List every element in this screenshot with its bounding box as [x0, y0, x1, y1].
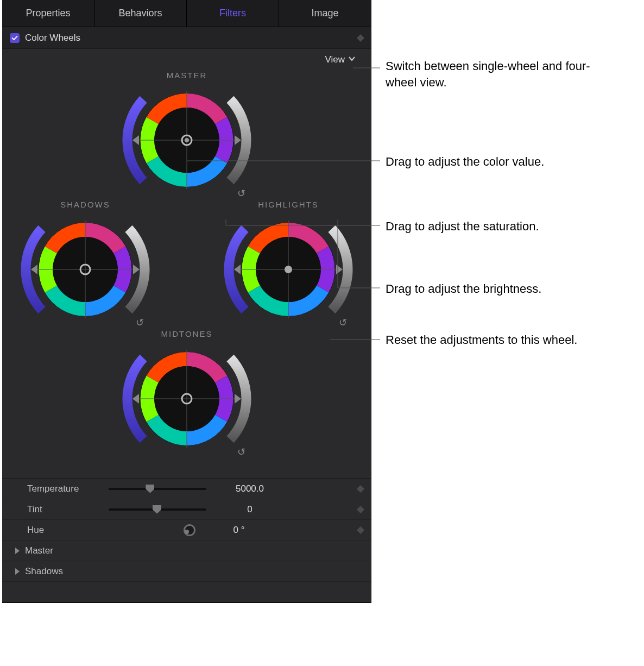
disclosure-shadows[interactable]: Shadows: [2, 561, 371, 582]
reset-icon[interactable]: ↺: [237, 446, 245, 458]
param-tint: Tint 0: [2, 499, 371, 520]
tint-label: Tint: [27, 504, 109, 515]
reset-icon[interactable]: ↺: [237, 187, 245, 199]
inspector-panel: Properties Behaviors Filters Image Color…: [2, 0, 371, 603]
color-value-handle[interactable]: [285, 266, 292, 273]
chevron-down-icon: [348, 54, 356, 65]
wheel-midtones-label: MIDTONES: [113, 329, 260, 338]
saturation-handle[interactable]: [132, 135, 139, 145]
color-wheels-area: MASTER: [2, 65, 371, 478]
tab-filters[interactable]: Filters: [187, 0, 279, 27]
tab-behaviors[interactable]: Behaviors: [94, 0, 187, 27]
filter-title: Color Wheels: [25, 33, 80, 43]
filter-enabled-checkbox[interactable]: [10, 33, 20, 43]
saturation-handle[interactable]: [31, 265, 37, 274]
color-wheel-midtones[interactable]: [122, 342, 252, 456]
brightness-handle[interactable]: [235, 394, 241, 404]
svg-point-4: [185, 138, 189, 142]
param-temperature: Temperature 5000.0: [2, 479, 371, 499]
brightness-handle[interactable]: [235, 135, 241, 145]
tint-slider[interactable]: [109, 508, 206, 511]
wheel-highlights: HIGHLIGHTS: [215, 200, 362, 326]
callout-view: Switch between single-wheel and four-whe…: [386, 58, 614, 90]
callout-saturation: Drag to adjust the saturation.: [386, 218, 539, 235]
reset-icon[interactable]: ↺: [339, 317, 347, 329]
brightness-handle[interactable]: [133, 265, 140, 274]
keyframe-icon[interactable]: [357, 505, 364, 513]
keyframe-icon[interactable]: [357, 526, 364, 533]
callout-brightness: Drag to adjust the brightness.: [386, 281, 541, 297]
inspector-tabs: Properties Behaviors Filters Image: [2, 0, 371, 27]
color-params: Temperature 5000.0 Tint 0 Hue 0 ° Mas: [2, 478, 371, 582]
color-wheel-master[interactable]: [122, 83, 252, 197]
hue-label: Hue: [27, 525, 109, 536]
param-hue: Hue 0 °: [2, 520, 371, 541]
callout-reset: Reset the adjustments to this wheel.: [386, 332, 592, 348]
tint-value[interactable]: 0: [217, 504, 282, 515]
saturation-handle[interactable]: [132, 394, 139, 404]
wheel-master-label: MASTER: [113, 71, 260, 80]
slider-thumb[interactable]: [153, 505, 161, 514]
wheel-shadows-label: SHADOWS: [12, 200, 159, 209]
wheel-shadows: SHADOWS: [12, 200, 159, 326]
disclosure-master[interactable]: Master: [2, 541, 371, 561]
wheel-midtones: MIDTONES: [113, 329, 260, 456]
keyframe-icon[interactable]: [357, 34, 364, 41]
temperature-value[interactable]: 5000.0: [217, 483, 282, 494]
color-wheel-shadows[interactable]: [20, 212, 150, 326]
callout-color: Drag to adjust the color value.: [386, 154, 544, 170]
filter-section-header: Color Wheels: [2, 27, 371, 49]
disclosure-triangle-icon: [15, 548, 20, 554]
tab-image[interactable]: Image: [279, 0, 371, 27]
keyframe-icon[interactable]: [357, 485, 364, 492]
disclosure-shadows-label: Shadows: [25, 566, 63, 577]
color-wheel-highlights[interactable]: [223, 212, 353, 326]
disclosure-master-label: Master: [25, 545, 53, 556]
reset-icon[interactable]: ↺: [136, 317, 144, 329]
hue-dial[interactable]: [184, 524, 195, 536]
temperature-slider[interactable]: [109, 488, 206, 490]
brightness-handle[interactable]: [336, 265, 343, 274]
slider-thumb[interactable]: [146, 485, 154, 493]
temperature-label: Temperature: [27, 483, 109, 494]
wheel-master: MASTER: [113, 71, 260, 197]
tab-properties[interactable]: Properties: [2, 0, 94, 27]
wheel-highlights-label: HIGHLIGHTS: [215, 200, 362, 209]
disclosure-triangle-icon: [15, 568, 20, 575]
view-menu[interactable]: View: [2, 49, 371, 65]
saturation-handle[interactable]: [234, 265, 241, 274]
hue-value[interactable]: 0 °: [206, 525, 272, 536]
view-menu-label: View: [325, 54, 345, 65]
